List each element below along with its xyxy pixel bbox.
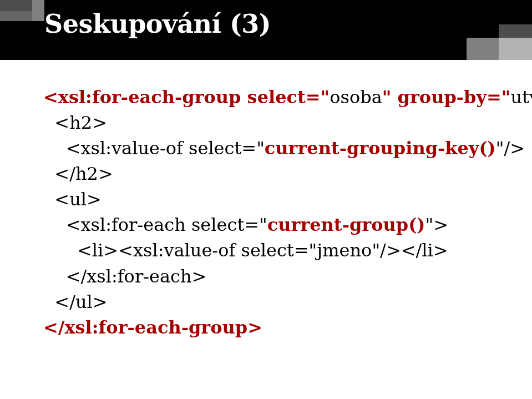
code-text: </ul> — [43, 291, 108, 312]
code-text: </h2> — [43, 163, 113, 184]
deco-square — [0, 0, 32, 11]
deco-square — [32, 0, 44, 21]
code-text: "> — [425, 214, 448, 235]
code-block: <xsl:for-each-group select="osoba" group… — [43, 84, 510, 340]
code-text: <h2> — [43, 112, 107, 133]
code-text: <li><xsl:value-of select=" — [43, 240, 317, 261]
code-text: utvar — [511, 87, 532, 108]
code-text: <xsl:value-of select=" — [43, 138, 265, 159]
deco-square — [467, 38, 499, 60]
code-text: <xsl:for-each select=" — [43, 214, 267, 235]
code-text: current-grouping-key() — [265, 138, 496, 159]
code-text: "/></li> — [372, 240, 448, 261]
code-text: </xsl:for-each> — [43, 266, 206, 287]
title-bar: Seskupování (3) — [0, 0, 532, 60]
code-text: <ul> — [43, 189, 102, 210]
deco-square — [0, 11, 32, 21]
deco-square — [499, 24, 532, 38]
deco-square — [499, 38, 532, 60]
code-text: " group-by=" — [382, 87, 511, 108]
code-text: jmeno — [317, 240, 372, 261]
code-text: "/> — [496, 138, 525, 159]
slide-title: Seskupování (3) — [44, 9, 271, 39]
code-text: <xsl:for-each-group select=" — [43, 87, 330, 108]
code-text: current-group() — [267, 214, 425, 235]
code-text: </xsl:for-each-group> — [43, 317, 262, 338]
code-text: osoba — [330, 87, 382, 108]
slide: Seskupování (3) <xsl:for-each-group sele… — [0, 0, 532, 399]
